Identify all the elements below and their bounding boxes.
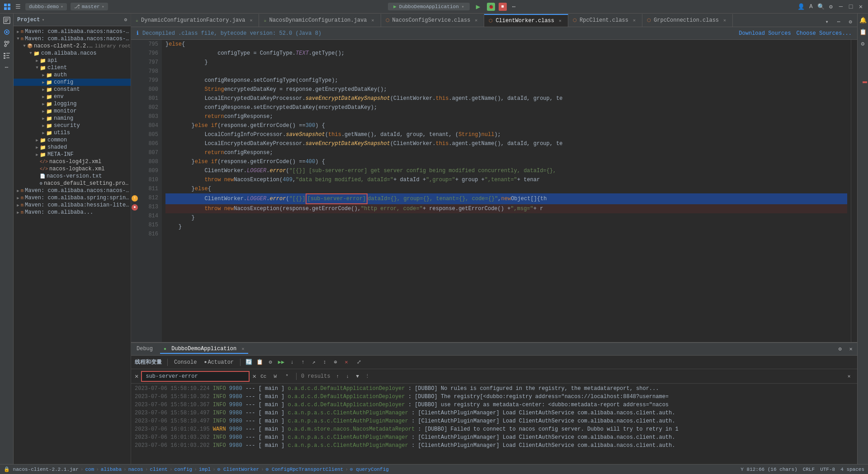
tree-item-config[interactable]: ▶ 📁 config: [14, 79, 131, 86]
search-input[interactable]: [141, 371, 250, 382]
tab-rpc-client[interactable]: ⬡ RpcClient.class ✕: [568, 14, 642, 27]
download-sources-link[interactable]: Download Sources: [739, 30, 791, 37]
sidebar-project-icon[interactable]: [2, 15, 12, 25]
expand-console-btn[interactable]: ⤢: [354, 358, 363, 367]
tree-item-monitor[interactable]: ▶ 📁 monitor: [14, 108, 131, 115]
tree-item-shaded[interactable]: ▶ 📁 shaded: [14, 144, 131, 151]
tree-item-logging[interactable]: ▶ 📁 logging: [14, 100, 131, 108]
tree-item-maven-more[interactable]: ▶ m Maven: com.alibaba...: [14, 209, 131, 216]
tree-item-constant[interactable]: ▶ 📁 constant: [14, 86, 131, 93]
tab-close-active-icon[interactable]: ✕: [557, 18, 563, 24]
bottom-tab-debug[interactable]: Debug: [133, 345, 156, 354]
run-button[interactable]: ▶: [473, 1, 483, 12]
search-filter-btn[interactable]: ▼: [353, 372, 362, 381]
breadcrumb-query-config[interactable]: ⊙ queryConfig: [350, 466, 389, 472]
tree-item-maven-auth[interactable]: ▶ m Maven: com.alibaba.nacos:nacos-auth-…: [14, 28, 131, 35]
tree-item-maven-encryption[interactable]: ▶ m Maven: com.alibaba.nacos:nacos-encry…: [14, 187, 131, 194]
console-tab-btn[interactable]: Console: [171, 358, 199, 367]
breadcrumb-com[interactable]: com: [85, 467, 94, 472]
tree-item-com-alibaba[interactable]: ▼ 📁 com.alibaba.nacos: [14, 50, 131, 57]
more-actions-icon[interactable]: ⋯: [510, 3, 518, 10]
close-button[interactable]: ✕: [857, 3, 864, 10]
tree-item-jar[interactable]: ▼ 📦 nacos-client-2.2.1.jar library root: [14, 42, 131, 50]
resume-btn[interactable]: ▶▶: [277, 358, 286, 367]
tree-item-log4j[interactable]: ▶ </> nacos-log4j2.xml: [14, 158, 131, 165]
stop-debug-btn[interactable]: ✕: [342, 358, 351, 367]
choose-sources-link[interactable]: Choose Sources...: [797, 30, 852, 37]
code-editor-view[interactable]: } else { configType = ConfigType.TEXT.ge…: [162, 40, 851, 342]
stop-button[interactable]: ■: [499, 3, 507, 11]
tree-item-logback[interactable]: ▶ </> nacos-logback.xml: [14, 165, 131, 173]
indent-status[interactable]: 4 spaces: [840, 467, 864, 472]
breadcrumb-clientworker[interactable]: ⊙ ClientWorker: [217, 466, 259, 472]
tab-close-icon[interactable]: ✕: [722, 17, 728, 23]
breadcrumb-client[interactable]: client: [150, 467, 168, 472]
sidebar-structure-icon[interactable]: [2, 51, 12, 61]
tree-item-default-setting[interactable]: ▶ ⚙ nacos_default_setting.properties: [14, 180, 131, 187]
search-prev-btn[interactable]: ↑: [333, 372, 342, 381]
evaluate-btn[interactable]: ⊕: [331, 358, 340, 367]
search-match-case-btn[interactable]: Cc: [259, 372, 268, 381]
step-into-btn[interactable]: ↑: [298, 358, 307, 367]
right-tool2-icon[interactable]: ⚙: [858, 39, 868, 49]
tree-item-utils[interactable]: ▶ 📁 utils: [14, 129, 131, 136]
tree-item-client[interactable]: ▼ 📁 client: [14, 64, 131, 71]
translate-icon[interactable]: A: [807, 3, 815, 10]
search-clear-btn[interactable]: ✕: [135, 372, 138, 380]
tree-item-maven-client[interactable]: ▼ m Maven: com.alibaba.nacos:nacos-clien…: [14, 35, 131, 42]
tree-item-common[interactable]: ▶ 📁 common: [14, 136, 131, 144]
step-over-btn[interactable]: ↓: [288, 358, 297, 367]
tree-item-env[interactable]: ▶ 📁 env: [14, 93, 131, 100]
project-gear-icon[interactable]: ⚙: [124, 17, 127, 23]
right-tool1-icon[interactable]: 📋: [858, 27, 868, 37]
tree-item-meta-inf[interactable]: ▶ 📁 META-INF: [14, 151, 131, 158]
step-out-btn[interactable]: ↗: [309, 358, 318, 367]
tab-close-icon[interactable]: ✕: [631, 17, 637, 23]
settings-icon[interactable]: ⚙: [827, 3, 835, 10]
tab-close-icon[interactable]: ✕: [473, 17, 479, 23]
tab-nacos-config-service[interactable]: ⬡ NacosConfigService.class ✕: [381, 14, 485, 27]
step-cursor-btn[interactable]: ↕: [320, 358, 329, 367]
run-config-btn[interactable]: ▶ DubboDemoApplication ▾: [388, 3, 470, 10]
search-more-btn[interactable]: ⋮: [363, 372, 372, 381]
position-status[interactable]: Y 812:66 (16 chars): [741, 467, 797, 472]
jar-path-status[interactable]: 🔒 nacos-client-2.2.1.jar: [4, 466, 79, 472]
app-icon[interactable]: [4, 3, 11, 10]
line-sep-status[interactable]: CRLF: [803, 467, 815, 472]
tree-item-maven-spring[interactable]: ▶ m Maven: com.alibaba.spring:spring-con…: [14, 194, 131, 202]
tab-close-icon[interactable]: ✕: [370, 17, 376, 23]
breadcrumb-nacos[interactable]: nacos: [128, 467, 143, 472]
search-next-btn[interactable]: ↓: [343, 372, 352, 381]
search-icon[interactable]: 🔍: [817, 3, 825, 10]
hamburger-icon[interactable]: ☰: [14, 3, 22, 10]
sidebar-git-icon[interactable]: [2, 39, 12, 49]
encoding-status[interactable]: UTF-8: [820, 467, 835, 472]
sidebar-more-icon[interactable]: ⋯: [2, 62, 12, 72]
sidebar-debug-icon[interactable]: [2, 27, 12, 37]
tab-client-worker[interactable]: ⬡ ClientWorker.class ✕: [484, 14, 568, 27]
app-tab-close-icon[interactable]: ✕: [241, 347, 244, 352]
search-close-btn[interactable]: ✕: [844, 372, 854, 381]
tab-grpc-connection[interactable]: ⬡ GrpcConnection.class ✕: [642, 14, 733, 27]
minimize-button[interactable]: ─: [837, 3, 844, 10]
panel-close-icon[interactable]: ✕: [846, 345, 855, 354]
breadcrumb-config-transport[interactable]: ⊙ ConfigRpcTransportClient: [266, 466, 344, 472]
restart-btn[interactable]: 🔄: [244, 358, 253, 367]
branch-btn[interactable]: ⎇ master ▾: [71, 3, 108, 10]
tabs-more-icon[interactable]: ⋯: [834, 17, 844, 27]
search-input-clear-btn[interactable]: ✕: [252, 372, 256, 380]
breakpoint-icon[interactable]: ●: [132, 204, 138, 211]
tree-item-naming[interactable]: ▶ 📁 naming: [14, 115, 131, 122]
search-whole-word-btn[interactable]: W: [271, 372, 280, 381]
breadcrumb-alibaba[interactable]: alibaba: [101, 467, 122, 472]
bottom-tab-app[interactable]: ● DubboDemoApplication ✕: [160, 345, 248, 354]
tabs-settings-icon[interactable]: ⚙: [845, 17, 855, 27]
maximize-button[interactable]: □: [847, 3, 854, 10]
tabs-dropdown-icon[interactable]: ▾: [822, 17, 832, 27]
dump-threads-btn[interactable]: 📋: [255, 358, 264, 367]
breadcrumb-impl[interactable]: impl: [199, 467, 211, 472]
tab-dynamic-config-factory[interactable]: ☕ DynamicConfigurationFactory.java ✕: [131, 14, 259, 27]
project-name-btn[interactable]: dubbo-demo ▾: [25, 3, 67, 10]
breadcrumb-config[interactable]: config: [175, 467, 193, 472]
debug-run-button[interactable]: 🐞: [487, 3, 495, 11]
